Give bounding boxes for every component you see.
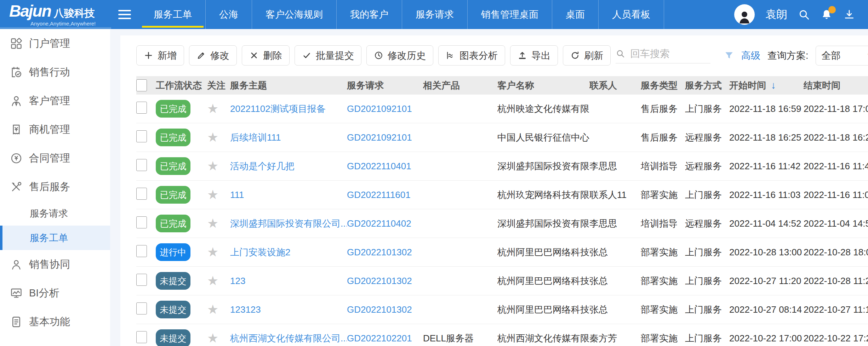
history-button[interactable]: 修改历史 <box>366 45 433 66</box>
table-row: 已完成 ★ 111 GD2022111601 杭州玖宠网络科技有限... 联系人… <box>136 181 868 209</box>
subject-link[interactable]: 后续培训111 <box>230 131 347 144</box>
subject-link[interactable]: 杭州西湖文化传媒有限公司... <box>230 332 347 345</box>
download-icon[interactable] <box>843 8 855 21</box>
sidebar-item-service-ticket[interactable]: 服务工单 <box>0 226 110 250</box>
column-header-end-time[interactable]: 结束时间 <box>804 79 868 92</box>
star-icon[interactable]: ★ <box>207 274 218 288</box>
tab-desktop[interactable]: 桌面 <box>552 0 599 29</box>
sidebar-item-basic[interactable]: 基本功能 <box>0 307 110 336</box>
subject-link[interactable]: 111 <box>230 189 347 200</box>
tab-my-customers[interactable]: 我的客户 <box>337 0 402 29</box>
subject-link[interactable]: 深圳盛邦国际投资有限公司... <box>230 217 347 230</box>
column-header-start-time[interactable]: 开始时间 ↓ <box>729 79 804 92</box>
star-icon[interactable]: ★ <box>207 246 218 259</box>
start-time-cell: 2022-10-27 11:20 <box>729 276 804 287</box>
tab-service-request[interactable]: 服务请求 <box>402 0 468 29</box>
search-box[interactable] <box>616 48 710 63</box>
refresh-icon <box>570 51 580 60</box>
x-icon <box>249 51 259 60</box>
start-time-cell: 2022-11-18 16:59 <box>729 103 804 114</box>
chart-analysis-button[interactable]: 图表分析 <box>438 45 505 66</box>
batch-submit-button[interactable]: 批量提交 <box>295 45 361 66</box>
tab-sales-desktop[interactable]: 销售管理桌面 <box>468 0 552 29</box>
tab-service-ticket[interactable]: 服务工单 <box>140 0 206 29</box>
request-link[interactable]: GD2021092101 <box>347 103 423 114</box>
star-icon[interactable]: ★ <box>207 160 218 173</box>
subject-link[interactable]: 123 <box>230 276 347 287</box>
row-checkbox[interactable] <box>136 302 147 314</box>
row-checkbox[interactable] <box>136 274 147 286</box>
subject-link[interactable]: 上门安装设施2 <box>230 246 347 259</box>
column-header-subject[interactable]: 服务主题 <box>230 79 347 92</box>
request-link[interactable]: GD2022110402 <box>347 218 423 229</box>
request-link[interactable]: GD2022102201 <box>347 333 423 344</box>
column-header-service-mode[interactable]: 服务方式 <box>685 79 729 92</box>
row-checkbox[interactable] <box>136 130 147 142</box>
star-icon[interactable]: ★ <box>207 102 218 115</box>
menu-toggle-icon[interactable] <box>118 10 131 19</box>
delete-button[interactable]: 删除 <box>242 45 290 66</box>
star-icon[interactable]: ★ <box>207 303 218 316</box>
toolbar: 新增 修改 删除 批量提交 修改历史 图表分析 导出 刷新 <box>136 45 868 66</box>
sidebar-item-customer[interactable]: 客户管理 <box>0 86 110 115</box>
aftersales-tools-icon <box>10 181 23 193</box>
customer-cell: 深圳盛邦国际投资有限... <box>497 160 589 172</box>
request-link[interactable]: GD2022101302 <box>347 304 423 315</box>
sidebar-item-sales-action[interactable]: 销售行动 <box>0 58 110 86</box>
refresh-button[interactable]: 刷新 <box>563 45 611 66</box>
advanced-search-link[interactable]: 高级 <box>741 49 760 62</box>
row-checkbox[interactable] <box>136 159 147 171</box>
star-icon[interactable]: ★ <box>207 131 218 144</box>
request-link[interactable]: GD2021092101 <box>347 132 423 143</box>
sidebar-item-portal[interactable]: 门户管理 <box>0 29 110 58</box>
user-avatar[interactable] <box>734 4 755 25</box>
request-link[interactable]: GD2022111601 <box>347 189 423 200</box>
sidebar-item-opportunity[interactable]: 商机管理 <box>0 115 110 144</box>
sidebar-item-label: 商机管理 <box>29 123 70 137</box>
row-checkbox[interactable] <box>136 102 147 114</box>
query-scheme-select[interactable]: 全部 ▼ <box>816 46 868 66</box>
subject-link[interactable]: 123123 <box>230 304 347 315</box>
search-icon[interactable] <box>798 8 810 21</box>
sidebar-item-bi[interactable]: BI分析 <box>0 279 110 307</box>
column-header-request[interactable]: 服务请求 <box>347 79 423 92</box>
star-icon[interactable]: ★ <box>207 217 218 230</box>
star-icon[interactable]: ★ <box>207 332 218 345</box>
column-header-status[interactable]: 工作流状态 <box>156 79 207 92</box>
export-button[interactable]: 导出 <box>510 45 558 66</box>
row-checkbox[interactable] <box>136 216 147 228</box>
row-checkbox[interactable] <box>136 331 147 343</box>
subject-link[interactable]: 活动是个好几把 <box>230 160 347 172</box>
status-badge: 未提交 <box>156 272 190 290</box>
tab-public-sea[interactable]: 公海 <box>206 0 252 29</box>
row-checkbox[interactable] <box>136 245 147 257</box>
sidebar-item-collaboration[interactable]: 销售协同 <box>0 250 110 279</box>
filter-funnel-icon[interactable] <box>724 50 734 61</box>
add-button[interactable]: 新增 <box>136 45 184 66</box>
service-mode-cell: 远程服务 <box>685 217 729 230</box>
user-name[interactable]: 袁朗 <box>765 7 787 22</box>
star-icon[interactable]: ★ <box>207 188 218 202</box>
tab-staff-board[interactable]: 人员看板 <box>599 0 664 29</box>
column-header-customer[interactable]: 客户名称 <box>497 79 589 92</box>
sidebar-item-aftersales[interactable]: 售后服务 <box>0 172 110 201</box>
column-header-service-type[interactable]: 服务类型 <box>641 79 685 92</box>
sort-desc-icon[interactable]: ↓ <box>771 80 776 91</box>
column-header-star[interactable]: 关注 <box>207 79 230 92</box>
sidebar-item-service-request[interactable]: 服务请求 <box>0 201 110 226</box>
service-mode-cell: 上门服务 <box>685 275 729 287</box>
request-link[interactable]: GD2022101302 <box>347 276 423 287</box>
column-header-contact[interactable]: 联系人 <box>589 79 641 92</box>
subject-link[interactable]: 20221102测试项目报备 <box>230 103 347 115</box>
column-header-product[interactable]: 相关产品 <box>423 79 497 92</box>
edit-button[interactable]: 修改 <box>189 45 237 66</box>
request-link[interactable]: GD2022110401 <box>347 161 423 172</box>
select-all-checkbox[interactable] <box>136 79 147 91</box>
request-link[interactable]: GD2022101302 <box>347 247 423 258</box>
row-checkbox[interactable] <box>136 188 147 200</box>
notifications-button[interactable] <box>821 8 833 21</box>
sidebar-item-contract[interactable]: 合同管理 <box>0 144 110 172</box>
tab-public-sea-rules[interactable]: 客户公海规则 <box>252 0 337 29</box>
search-input[interactable] <box>629 48 710 60</box>
app-logo: Bajun 八骏科技 Anyone,Anytime,Anywhere! <box>0 0 115 29</box>
